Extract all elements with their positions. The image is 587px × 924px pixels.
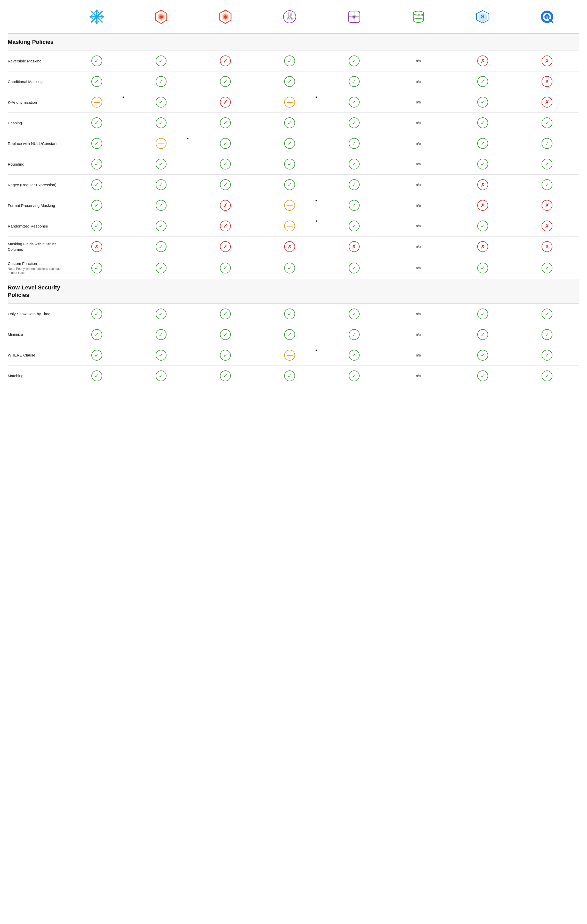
table-cell: ✓ xyxy=(451,347,515,363)
check-icon: ✓ xyxy=(91,117,102,128)
table-cell: ✓ xyxy=(64,53,129,69)
check-icon: ✓ xyxy=(91,200,102,211)
table-cell: ✗ xyxy=(515,197,579,213)
header-starburst: 🐰 xyxy=(258,5,322,30)
row-label: Replace with NULL/Constant xyxy=(8,137,64,150)
check-icon: ✓ xyxy=(349,117,360,128)
check-icon: ✓ xyxy=(155,117,167,128)
table-cell: ✓ xyxy=(258,74,322,89)
check-icon: ✓ xyxy=(91,370,102,381)
table-cell: ✓ xyxy=(322,218,386,234)
table-cell: ✓ xyxy=(129,368,193,384)
table-cell: ✓ xyxy=(193,306,258,322)
table-cell: ✓ xyxy=(64,177,129,193)
section-title: Masking Policies xyxy=(8,34,64,51)
cross-icon: ✗ xyxy=(477,241,488,252)
table-cell: ✓ xyxy=(451,327,515,343)
section-spacer xyxy=(386,34,450,51)
table-cell: ✓ xyxy=(515,177,579,193)
table-cell: ✓ xyxy=(322,156,386,172)
table-cell: ✓ xyxy=(322,94,386,110)
table-cell: —* xyxy=(64,94,129,110)
check-icon: ✓ xyxy=(220,158,231,170)
section-spacer xyxy=(64,279,129,304)
check-icon: ✓ xyxy=(91,329,102,340)
table-cell: ✓ xyxy=(64,115,129,131)
partial-icon: — xyxy=(284,97,295,107)
starburst-icon-wrap: 🐰 xyxy=(281,8,299,26)
na-text: n/a xyxy=(416,121,421,125)
table-cell: n/a xyxy=(386,180,450,189)
partial-icon: — xyxy=(155,138,167,149)
table-cell: ✓ xyxy=(129,327,193,343)
table-cell: ✓ xyxy=(451,74,515,89)
table-cell: ✗ xyxy=(322,239,386,255)
check-icon: ✓ xyxy=(349,200,360,211)
table-cell: ✓ xyxy=(451,156,515,172)
svg-text:🐰: 🐰 xyxy=(285,12,294,21)
cross-icon: ✗ xyxy=(477,179,488,190)
asterisk: * xyxy=(316,349,317,354)
table-row: WHERE Clause✓✓✓—*✓n/a✓✓ xyxy=(8,345,579,366)
check-icon: ✓ xyxy=(155,56,167,66)
table-cell: ✓ xyxy=(322,74,386,89)
cross-icon: ✗ xyxy=(91,241,102,252)
table-cell: ✓ xyxy=(515,135,579,152)
na-text: n/a xyxy=(416,100,421,104)
cross-icon: ✗ xyxy=(542,221,552,231)
section-spacer xyxy=(64,34,129,51)
table-cell: ✓ xyxy=(258,260,322,276)
table-cell: ✓ xyxy=(129,347,193,363)
table-cell: ✗ xyxy=(451,53,515,69)
table-cell: n/a xyxy=(386,159,450,169)
table-cell: —* xyxy=(258,347,322,363)
table-cell: ✓ xyxy=(129,94,193,110)
table-cell: n/a xyxy=(386,221,450,231)
check-icon: ✓ xyxy=(477,262,488,274)
cross-icon: ✗ xyxy=(477,56,488,66)
snowflake-icon-wrap xyxy=(88,8,106,26)
na-text: n/a xyxy=(416,59,421,63)
check-icon: ✓ xyxy=(284,158,295,170)
row-label: Rounding xyxy=(8,158,64,170)
svg-text:S: S xyxy=(481,14,484,19)
starburst-svg: 🐰 xyxy=(282,9,298,25)
cross-icon: ✗ xyxy=(542,200,552,211)
check-icon: ✓ xyxy=(155,350,167,361)
table-cell: ✓ xyxy=(515,347,579,363)
na-text: n/a xyxy=(416,224,421,228)
table-row: Randomized Response✓✓✗—*✓n/a✓✗ xyxy=(8,216,579,236)
table-cell: ✓ xyxy=(322,135,386,152)
check-icon: ✓ xyxy=(542,138,552,149)
check-icon: ✓ xyxy=(220,179,231,190)
databricks-unity-svg xyxy=(218,9,233,25)
row-label: Format Preserving Masking xyxy=(8,199,64,212)
table-cell: ✓ xyxy=(64,368,129,384)
check-icon: ✓ xyxy=(284,56,295,66)
table-cell: n/a xyxy=(386,56,450,66)
check-icon: ✓ xyxy=(155,97,167,107)
table-row: Format Preserving Masking✓✓✗—*✓n/a✗✗ xyxy=(8,195,579,216)
table-cell: ✓ xyxy=(451,135,515,152)
check-icon: ✓ xyxy=(349,309,360,319)
row-label: WHERE Clause xyxy=(8,349,64,361)
table-cell: ✓ xyxy=(515,156,579,172)
table-cell: ✓ xyxy=(515,368,579,384)
svg-text:Q: Q xyxy=(546,15,548,19)
table-cell: ✓ xyxy=(258,327,322,343)
header-redshift xyxy=(322,5,386,30)
header-bigquery: Q xyxy=(515,5,579,30)
check-icon: ✓ xyxy=(349,262,360,274)
table-cell: ✓ xyxy=(64,156,129,172)
check-icon: ✓ xyxy=(220,117,231,128)
table-cell: ✓ xyxy=(129,239,193,255)
cross-icon: ✗ xyxy=(220,97,231,107)
table-cell: ✗ xyxy=(193,197,258,213)
check-icon: ✓ xyxy=(220,76,231,87)
table-row: Reversible Masking✓✓✗✓✓n/a✗✗ xyxy=(8,51,579,71)
redshift-svg xyxy=(346,9,362,25)
redshift-icon-wrap xyxy=(345,8,363,26)
check-icon: ✓ xyxy=(284,329,295,340)
check-icon: ✓ xyxy=(349,179,360,190)
asterisk: * xyxy=(316,96,317,101)
